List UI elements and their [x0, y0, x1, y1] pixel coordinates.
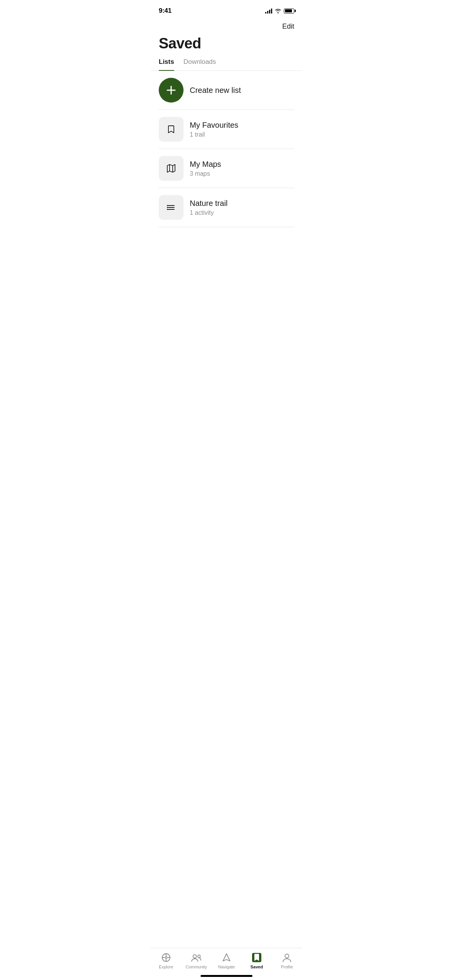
status-icons	[265, 8, 294, 14]
list-content: Create new list My Favourites 1 trail My…	[151, 71, 302, 227]
tab-lists[interactable]: Lists	[159, 58, 174, 70]
tab-downloads[interactable]: Downloads	[184, 58, 216, 70]
bookmark-icon	[165, 123, 177, 135]
list-item[interactable]: My Favourites 1 trail	[159, 110, 294, 149]
maps-icon-square	[159, 156, 184, 181]
svg-marker-2	[167, 164, 175, 172]
favourites-text: My Favourites 1 trail	[190, 121, 239, 138]
status-time: 9:41	[159, 7, 172, 15]
wifi-icon	[275, 8, 281, 14]
plus-icon	[166, 85, 177, 96]
nature-trail-meta: 1 activity	[190, 209, 228, 216]
nature-trail-name: Nature trail	[190, 199, 228, 208]
svg-point-9	[167, 207, 168, 208]
nature-trail-text: Nature trail 1 activity	[190, 199, 228, 216]
favourites-meta: 1 trail	[190, 131, 239, 138]
list-item[interactable]: Nature trail 1 activity	[159, 188, 294, 227]
create-new-list-label: Create new list	[190, 86, 241, 95]
maps-meta: 3 maps	[190, 170, 221, 177]
create-icon	[159, 78, 184, 103]
maps-text: My Maps 3 maps	[190, 160, 221, 177]
edit-button[interactable]: Edit	[282, 21, 294, 32]
list-item[interactable]: My Maps 3 maps	[159, 149, 294, 188]
page-title: Saved	[151, 32, 302, 52]
status-bar: 9:41	[151, 0, 302, 19]
nature-trail-icon-square	[159, 195, 184, 220]
svg-point-10	[167, 209, 168, 210]
header: Edit	[151, 19, 302, 32]
create-new-list-item[interactable]: Create new list	[159, 71, 294, 110]
map-icon	[165, 163, 177, 174]
favourites-icon-square	[159, 117, 184, 142]
favourites-name: My Favourites	[190, 121, 239, 130]
svg-point-8	[167, 205, 168, 206]
battery-icon	[284, 9, 294, 14]
list-icon	[165, 202, 177, 213]
signal-bars-icon	[265, 8, 272, 14]
maps-name: My Maps	[190, 160, 221, 169]
tabs-container: Lists Downloads	[151, 52, 302, 71]
